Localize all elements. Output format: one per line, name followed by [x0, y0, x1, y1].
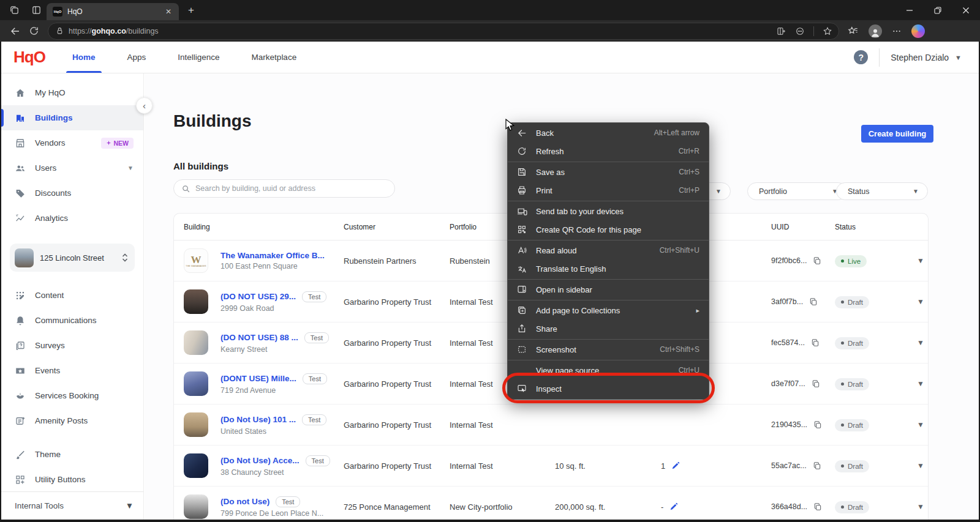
menu-item-open-in-sidebar[interactable]: Open in sidebar [508, 280, 709, 299]
settings-ellipsis-icon[interactable] [892, 26, 902, 36]
menu-item-screenshot[interactable]: ScreenshotCtrl+Shift+S [508, 340, 709, 359]
sidebar-item-theme[interactable]: Theme [1, 442, 143, 467]
menu-item-add-to-collections[interactable]: Add page to Collections▸ [508, 301, 709, 319]
tab-close-icon[interactable]: ✕ [163, 6, 174, 17]
building-link[interactable]: (DO NOT USE) 29... [221, 292, 296, 301]
menu-item-qr-code[interactable]: Create QR Code for this page [508, 220, 709, 239]
portfolio-cell: Internal Test [450, 420, 555, 430]
create-building-button[interactable]: Create building [861, 125, 933, 143]
table-row[interactable]: (Do Not Use) 101 ...TestUnited States Ga… [174, 405, 928, 446]
sidebar-item-events[interactable]: Events [1, 358, 143, 383]
sidebar-item-discounts[interactable]: Discounts [1, 181, 143, 206]
nav-home[interactable]: Home [56, 42, 111, 73]
new-tab-button[interactable]: + [183, 2, 200, 19]
building-link[interactable]: (Do not Use) [221, 497, 270, 506]
sidebar-item-utility-buttons[interactable]: Utility Buttons [1, 467, 143, 492]
row-expand-icon[interactable]: ▼ [913, 379, 928, 388]
copy-icon[interactable] [812, 379, 820, 388]
nav-apps[interactable]: Apps [111, 42, 162, 73]
window-restore-button[interactable] [924, 0, 952, 20]
split-screen-icon[interactable] [777, 26, 786, 36]
back-nav-icon[interactable] [6, 23, 24, 40]
sort-carets-icon [121, 253, 129, 263]
table-row[interactable]: (Do Not Use) Acce...Test38 Chauncy Stree… [174, 446, 928, 487]
feedback-icon[interactable] [795, 26, 805, 36]
menu-item-print[interactable]: PrintCtrl+P [508, 181, 709, 199]
row-expand-icon[interactable]: ▼ [913, 256, 928, 265]
users-icon [15, 163, 26, 174]
table-row[interactable]: (Do not Use)Test799 Ponce De Leon Place … [174, 487, 928, 520]
sidebar-item-buildings[interactable]: Buildings [1, 105, 143, 130]
building-link[interactable]: (DONT USE) Mille... [221, 374, 296, 383]
row-expand-icon[interactable]: ▼ [913, 297, 928, 306]
column-header[interactable]: Customer [344, 223, 450, 231]
sidebar-item-vendors[interactable]: Vendors NEW [1, 130, 143, 155]
building-link[interactable]: (Do Not Use) Acce... [221, 456, 300, 465]
chevron-down-icon: ▼ [126, 501, 134, 510]
menu-item-read-aloud[interactable]: Read aloudCtrl+Shift+U [508, 241, 709, 259]
copilot-icon[interactable] [911, 24, 925, 38]
address-bar[interactable]: https://gohqo.co/buildings [48, 23, 839, 40]
building-link[interactable]: The Wanamaker Office B... [221, 251, 325, 260]
menu-item-refresh[interactable]: RefreshCtrl+R [508, 142, 709, 160]
menu-item-share[interactable]: Share [508, 319, 709, 338]
window-minimize-button[interactable] [895, 0, 924, 20]
sidebar-item-surveys[interactable]: Surveys [1, 333, 143, 358]
copy-icon[interactable] [809, 297, 818, 306]
favorites-bar-icon[interactable] [848, 26, 859, 37]
sidebar-collapse-button[interactable]: ‹ [136, 97, 153, 114]
building-thumbnail [184, 412, 208, 437]
sidebar-item-analytics[interactable]: Analytics [1, 206, 143, 231]
sidebar-item-my-hqo[interactable]: My HqO [1, 80, 143, 105]
hqo-logo[interactable]: HqO [1, 48, 56, 67]
edit-pencil-icon[interactable] [669, 502, 678, 511]
building-link[interactable]: (Do Not Use) 101 ... [221, 415, 296, 424]
favorite-star-icon[interactable] [823, 26, 832, 36]
column-header[interactable]: UUID [771, 223, 835, 231]
profile-avatar[interactable] [869, 24, 882, 38]
filter-status[interactable]: Status▼ [836, 182, 928, 200]
column-header[interactable]: Status [835, 223, 913, 231]
help-icon[interactable]: ? [854, 50, 868, 64]
search-bar[interactable] [173, 179, 395, 198]
share-icon [517, 324, 528, 334]
row-expand-icon[interactable]: ▼ [913, 502, 928, 511]
sidebar-item-internal-tools[interactable]: Internal Tools ▼ [1, 491, 143, 520]
column-header[interactable]: Building [174, 223, 344, 231]
copy-icon[interactable] [813, 502, 822, 511]
menu-item-translate[interactable]: Translate to English [508, 259, 709, 278]
sidebar-item-label: Internal Tools [15, 501, 64, 510]
sidebar-item-communications[interactable]: Communications [1, 308, 143, 333]
workspaces-icon[interactable] [7, 4, 21, 17]
copy-icon[interactable] [813, 420, 822, 429]
menu-item-save-as[interactable]: Save asCtrl+S [508, 163, 709, 181]
sidebar-item-content[interactable]: Content [1, 283, 143, 308]
menu-item-back[interactable]: BackAlt+Left arrow [508, 124, 709, 142]
nav-intelligence[interactable]: Intelligence [162, 42, 235, 73]
tab-actions-icon[interactable] [29, 4, 43, 17]
screenshot-icon [517, 345, 528, 354]
refresh-nav-icon[interactable] [24, 23, 43, 40]
copy-icon[interactable] [811, 338, 820, 347]
row-expand-icon[interactable]: ▼ [913, 338, 928, 347]
filter-portfolio[interactable]: Portfolio▼ [747, 182, 847, 200]
sidebar-item-services-booking[interactable]: Services Booking [1, 383, 143, 408]
menu-item-inspect[interactable]: Inspect [508, 379, 709, 398]
building-selector[interactable]: 125 Lincoln Street [10, 244, 135, 272]
browser-tab[interactable]: HqO HqO ✕ [47, 3, 179, 20]
amenity-doc-icon [15, 416, 26, 427]
building-link[interactable]: (DO NOT USE) 88 ... [221, 333, 298, 342]
nav-marketplace[interactable]: Marketplace [236, 42, 313, 73]
sidebar-item-users[interactable]: Users ▼ [1, 155, 143, 181]
row-expand-icon[interactable]: ▼ [913, 461, 928, 470]
window-close-button[interactable] [952, 0, 980, 20]
menu-item-view-source[interactable]: View page sourceCtrl+U [508, 361, 709, 379]
search-input[interactable] [195, 184, 387, 193]
sidebar-item-amenity-posts[interactable]: Amenity Posts [1, 408, 143, 433]
row-expand-icon[interactable]: ▼ [913, 420, 928, 429]
edit-pencil-icon[interactable] [671, 461, 680, 470]
copy-icon[interactable] [813, 461, 821, 470]
menu-item-send-tab[interactable]: Send tab to your devices [508, 202, 709, 220]
copy-icon[interactable] [813, 256, 821, 265]
user-menu[interactable]: Stephen Dzialo▼ [891, 53, 962, 62]
